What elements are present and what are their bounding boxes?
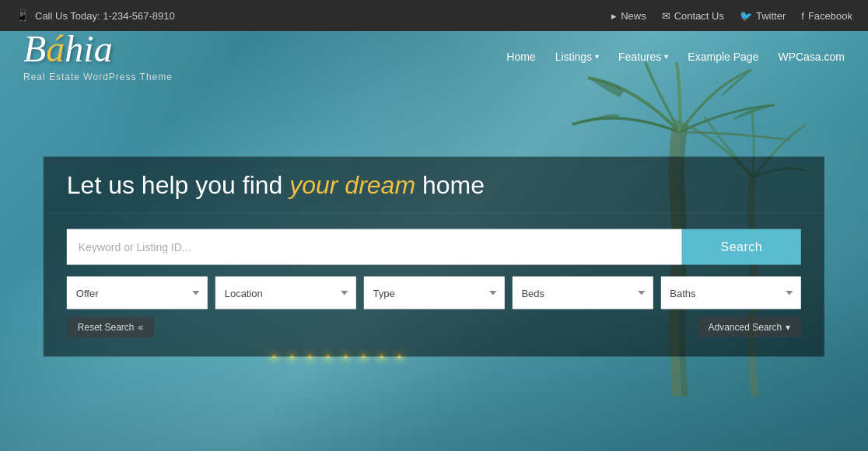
nav-home[interactable]: Home bbox=[506, 51, 535, 63]
hero-title: Let us help you find your dream home bbox=[67, 171, 801, 200]
search-row-main: Search bbox=[67, 229, 801, 265]
search-button[interactable]: Search bbox=[681, 229, 801, 265]
search-box: Search Offer For Sale For Rent Location … bbox=[44, 214, 824, 357]
beds-select[interactable]: Beds 1 2 3 4+ bbox=[512, 277, 653, 309]
hero-content: Let us help you find your dream home Sea… bbox=[44, 157, 824, 357]
phone-area: 📱 Call Us Today: 1-234-567-8910 bbox=[16, 9, 175, 22]
logo-accent: á bbox=[46, 31, 65, 69]
search-input[interactable] bbox=[67, 229, 682, 265]
nav-news[interactable]: ▸ News bbox=[611, 10, 646, 22]
main-navigation: Home Listings ▾ Features ▾ Example Page … bbox=[506, 51, 845, 63]
facebook-icon: f bbox=[801, 10, 804, 22]
nav-bar: Báhia Real Estate WordPress Theme Home L… bbox=[0, 31, 868, 82]
nav-twitter[interactable]: 🐦 Twitter bbox=[740, 10, 786, 22]
top-bar: 📱 Call Us Today: 1-234-567-8910 ▸ News ✉… bbox=[0, 0, 868, 31]
advanced-arrow-icon: ▾ bbox=[786, 322, 790, 333]
baths-select[interactable]: Baths 1 2 3 4+ bbox=[660, 277, 801, 309]
twitter-icon: 🐦 bbox=[740, 10, 752, 22]
search-row-dropdowns: Offer For Sale For Rent Location New Yor… bbox=[67, 277, 801, 309]
features-arrow: ▾ bbox=[664, 52, 668, 61]
nav-facebook[interactable]: f Facebook bbox=[801, 10, 852, 22]
hero-headline: Let us help you find your dream home bbox=[44, 157, 824, 214]
reset-search-button[interactable]: Reset Search « bbox=[67, 317, 154, 337]
nav-contact[interactable]: ✉ Contact Us bbox=[662, 10, 724, 22]
rss-icon: ▸ bbox=[611, 10, 617, 22]
listings-arrow: ▾ bbox=[595, 52, 599, 61]
phone-icon: 📱 bbox=[16, 9, 29, 22]
phone-text: Call Us Today: 1-234-567-8910 bbox=[35, 10, 175, 22]
nav-listings[interactable]: Listings ▾ bbox=[555, 51, 599, 63]
advanced-search-button[interactable]: Advanced Search ▾ bbox=[697, 317, 801, 337]
logo-text: Báhia bbox=[23, 31, 173, 68]
mail-icon: ✉ bbox=[662, 10, 670, 22]
nav-wpcasa[interactable]: WPCasa.com bbox=[778, 51, 845, 63]
nav-example-page[interactable]: Example Page bbox=[688, 51, 758, 63]
search-footer: Reset Search « Advanced Search ▾ bbox=[67, 317, 801, 337]
top-nav: ▸ News ✉ Contact Us 🐦 Twitter f Facebook bbox=[611, 10, 852, 22]
reset-arrow-icon: « bbox=[138, 322, 144, 333]
type-select[interactable]: Type House Apartment Condo bbox=[364, 277, 505, 309]
offer-select[interactable]: Offer For Sale For Rent bbox=[67, 277, 208, 309]
logo-tagline: Real Estate WordPress Theme bbox=[23, 72, 173, 82]
location-select[interactable]: Location New York Los Angeles Miami bbox=[215, 277, 356, 309]
hero-section: Báhia Real Estate WordPress Theme Home L… bbox=[0, 31, 868, 451]
nav-features[interactable]: Features ▾ bbox=[618, 51, 668, 63]
logo-block: Báhia Real Estate WordPress Theme bbox=[23, 31, 173, 82]
